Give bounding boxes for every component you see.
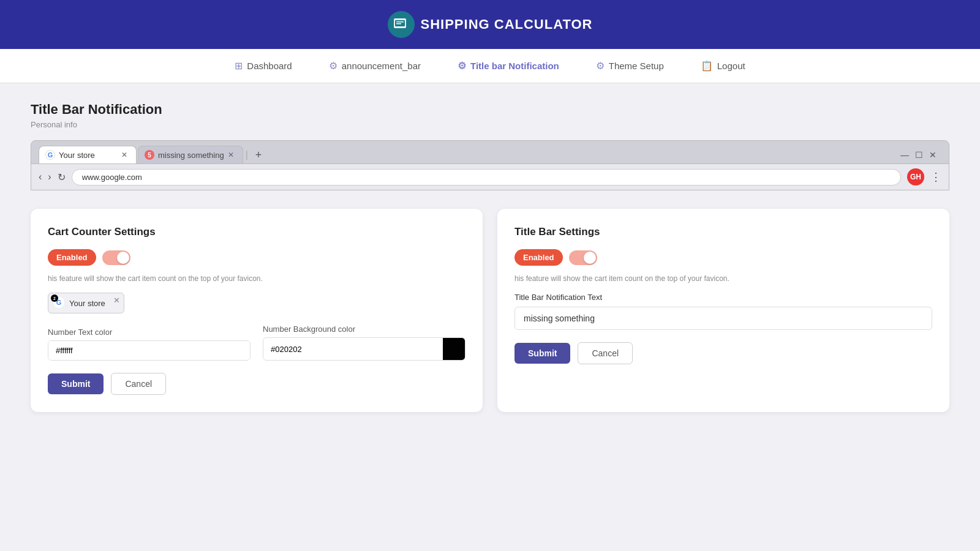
- title-bar-cancel-button[interactable]: Cancel: [578, 342, 633, 364]
- tab2-badge: 5: [148, 152, 151, 159]
- cart-counter-btn-row: Submit Cancel: [48, 373, 466, 395]
- number-text-color-input[interactable]: [48, 341, 250, 360]
- tab2-close-icon[interactable]: ✕: [228, 151, 234, 159]
- settings-panels: Cart Counter Settings Enabled his featur…: [31, 209, 949, 412]
- main-content: Title Bar Notification Personal info G Y…: [0, 83, 980, 430]
- minimize-icon[interactable]: —: [900, 150, 909, 160]
- browser-tabs-bar: G Your store ✕ 5 missing something ✕ | +…: [31, 141, 949, 163]
- title-bar-panel-title: Title Bar Settings: [514, 226, 932, 238]
- nav-bar: ⊞ Dashboard ⚙ announcement_bar ⚙ Title b…: [0, 49, 980, 83]
- nav-label-title-bar-notification: Title bar Notification: [470, 61, 559, 71]
- page-title: Title Bar Notification: [31, 102, 949, 118]
- top-header: Shipping Calculator: [0, 0, 980, 49]
- notif-text-label: Title Bar Notification Text: [514, 293, 932, 302]
- cart-preview-box: G 2 Your store ✕: [48, 293, 124, 313]
- number-bg-color-input[interactable]: [263, 340, 443, 359]
- nav-item-theme-setup[interactable]: ⚙ Theme Setup: [596, 60, 664, 72]
- cart-counter-toggle-row: Enabled: [48, 249, 466, 266]
- dashboard-icon: ⊞: [235, 60, 243, 72]
- new-tab-button[interactable]: +: [251, 149, 267, 160]
- title-bar-toggle[interactable]: [569, 250, 597, 265]
- svg-rect-3: [396, 21, 404, 23]
- cart-badge-number: 2: [51, 294, 58, 302]
- reload-button[interactable]: ↻: [58, 171, 66, 183]
- title-bar-toggle-row: Enabled: [514, 249, 932, 266]
- number-bg-color-input-wrap: [263, 337, 466, 361]
- number-bg-color-label: Number Background color: [263, 324, 466, 334]
- number-bg-color-group: Number Background color: [263, 324, 466, 361]
- title-bar-notification-icon: ⚙: [458, 60, 466, 72]
- close-window-icon[interactable]: ✕: [929, 150, 937, 160]
- logo-icon: [388, 11, 415, 38]
- cart-counter-panel: Cart Counter Settings Enabled his featur…: [31, 209, 483, 412]
- browser-tab-1[interactable]: G Your store ✕: [39, 146, 137, 163]
- back-button[interactable]: ‹: [39, 171, 42, 182]
- title-bar-toggle-label: Enabled: [514, 249, 563, 266]
- number-text-color-group: Number Text color: [48, 328, 251, 361]
- color-fields-row: Number Text color Number Background colo…: [48, 324, 466, 361]
- browser-more-icon[interactable]: ⋮: [930, 170, 941, 184]
- browser-address-bar: ‹ › ↻ GH ⋮: [31, 163, 949, 190]
- cart-counter-desc: his feature will show the cart item coun…: [48, 274, 466, 283]
- cart-counter-toggle[interactable]: [102, 250, 130, 265]
- tab2-favicon: 5: [145, 150, 154, 160]
- browser-tab2-label: missing something: [158, 151, 224, 160]
- address-input[interactable]: [72, 169, 901, 186]
- tab-separator: |: [246, 149, 248, 160]
- title-bar-panel: Title Bar Settings Enabled his feature w…: [497, 209, 949, 412]
- nav-item-announcement-bar[interactable]: ⚙ announcement_bar: [329, 60, 421, 72]
- cart-favicon-wrapper: G 2: [53, 297, 66, 309]
- cart-preview-close-icon[interactable]: ✕: [113, 296, 120, 305]
- forward-button[interactable]: ›: [48, 171, 51, 182]
- browser-tab-2[interactable]: 5 missing something ✕: [138, 146, 243, 163]
- cart-counter-toggle-label: Enabled: [48, 249, 96, 266]
- page-subtitle: Personal info: [31, 120, 949, 129]
- nav-label-theme-setup: Theme Setup: [609, 61, 664, 71]
- title-bar-submit-button[interactable]: Submit: [514, 343, 570, 364]
- cart-preview-tab-label: Your store: [69, 299, 105, 308]
- bg-color-swatch[interactable]: [443, 338, 465, 360]
- nav-label-announcement-bar: announcement_bar: [342, 61, 421, 71]
- cart-counter-title: Cart Counter Settings: [48, 226, 466, 238]
- title-bar-btn-row: Submit Cancel: [514, 342, 932, 364]
- svg-rect-4: [396, 23, 401, 24]
- nav-label-logout: Logout: [717, 61, 745, 71]
- browser-mockup: G Your store ✕ 5 missing something ✕ | +…: [31, 140, 949, 190]
- maximize-icon[interactable]: ☐: [915, 150, 923, 160]
- logo-text: Shipping Calculator: [421, 17, 593, 32]
- browser-user-avatar[interactable]: GH: [907, 168, 924, 186]
- theme-setup-icon: ⚙: [596, 60, 605, 72]
- cart-counter-submit-button[interactable]: Submit: [48, 373, 104, 394]
- browser-controls-right: — ☐ ✕: [900, 150, 941, 160]
- number-text-color-input-wrap: [48, 340, 251, 361]
- title-bar-desc: his feature will show the cart item coun…: [514, 274, 932, 283]
- nav-item-dashboard[interactable]: ⊞ Dashboard: [235, 60, 292, 72]
- nav-item-title-bar-notification[interactable]: ⚙ Title bar Notification: [458, 60, 559, 72]
- logout-icon: 📋: [701, 60, 713, 72]
- notif-text-input[interactable]: [514, 307, 932, 330]
- cart-counter-cancel-button[interactable]: Cancel: [111, 373, 166, 395]
- number-text-color-label: Number Text color: [48, 328, 251, 337]
- nav-label-dashboard: Dashboard: [247, 61, 292, 71]
- tab1-close-icon[interactable]: ✕: [121, 151, 127, 159]
- announcement-bar-icon: ⚙: [329, 60, 337, 72]
- nav-item-logout[interactable]: 📋 Logout: [701, 60, 745, 72]
- logo-area: Shipping Calculator: [388, 11, 593, 38]
- browser-tab1-label: Your store: [59, 151, 95, 160]
- tab1-favicon: G: [45, 150, 55, 160]
